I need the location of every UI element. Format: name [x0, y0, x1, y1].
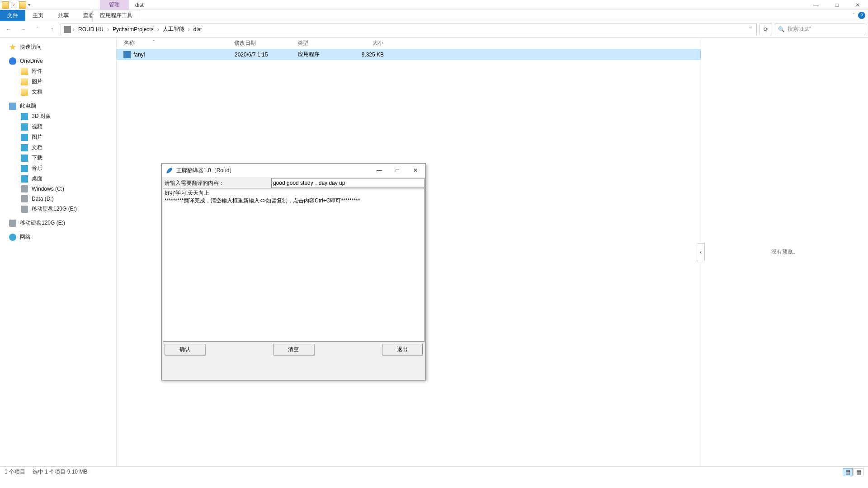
window-controls: — □ ✕ — [806, 0, 868, 10]
navigation-bar: ← → ˇ ↑ › ROUD HU › PycharmProjects › 人工… — [0, 21, 868, 38]
column-name[interactable]: 名称ˆ — [121, 39, 234, 47]
sidebar-item[interactable]: 下载 — [0, 153, 116, 163]
collapse-preview-button[interactable]: ‹ — [697, 243, 705, 261]
modal-titlebar[interactable]: 王牌翻译器1.0（Roud） — □ ✕ — [162, 164, 425, 177]
view-details-button[interactable]: ▤ — [843, 468, 853, 476]
folder-icon — [21, 68, 28, 75]
star-icon — [9, 44, 16, 51]
ribbon-expand-icon[interactable]: ˇ — [853, 13, 854, 18]
document-icon — [21, 144, 28, 151]
sidebar-thispc[interactable]: 此电脑 — [0, 101, 116, 111]
sidebar-item[interactable]: 视频 — [0, 122, 116, 132]
sidebar-item[interactable]: 图片 — [0, 132, 116, 142]
translate-output[interactable] — [163, 188, 425, 342]
sidebar-item-label: OneDrive — [20, 58, 43, 64]
back-button[interactable]: ← — [3, 23, 14, 35]
sidebar-item-label: 快速访问 — [20, 43, 42, 51]
sidebar-onedrive[interactable]: OneDrive — [0, 56, 116, 66]
refresh-button[interactable]: ⟳ — [760, 23, 772, 35]
sidebar-quick-access[interactable]: 快速访问 — [0, 42, 116, 52]
file-row[interactable]: fanyi 2020/6/7 1:15 应用程序 9,325 KB — [117, 49, 701, 60]
pc-icon — [64, 26, 71, 33]
modal-minimize-button[interactable]: — — [370, 164, 388, 177]
search-input[interactable]: 🔍 搜索"dist" — [775, 23, 865, 35]
folder-icon — [2, 1, 9, 9]
feather-icon — [165, 166, 174, 174]
translate-input[interactable] — [271, 178, 425, 188]
sidebar-item[interactable]: 移动硬盘120G (E:) — [0, 204, 116, 214]
sidebar-item-label: 移动硬盘120G (E:) — [20, 219, 65, 227]
sidebar-item[interactable]: 音乐 — [0, 163, 116, 174]
file-date: 2020/6/7 1:15 — [235, 52, 298, 58]
history-dropdown-icon[interactable]: ˇ — [32, 23, 43, 35]
tab-apptools[interactable]: 应用程序工具 — [92, 10, 140, 21]
music-icon — [21, 165, 28, 172]
drive-icon — [21, 185, 28, 192]
preview-text: 没有预览。 — [771, 248, 798, 256]
column-size[interactable]: 大小 — [347, 39, 383, 47]
tab-share[interactable]: 共享 — [51, 10, 76, 21]
preview-pane: ‹ 没有预览。 — [701, 38, 868, 466]
sidebar-network[interactable]: 网络 — [0, 232, 116, 242]
breadcrumb-seg[interactable]: 人工智能 — [161, 25, 186, 33]
sidebar-item-label: 附件 — [32, 67, 42, 75]
sidebar-item[interactable]: 3D 对象 — [0, 111, 116, 122]
forward-button[interactable]: → — [17, 23, 29, 35]
breadcrumb-seg[interactable]: dist — [192, 26, 204, 33]
view-large-icons-button[interactable]: ▦ — [854, 468, 863, 476]
contextual-tab-label: 管理 — [100, 0, 129, 10]
sidebar-item[interactable]: 文档 — [0, 87, 116, 97]
file-size: 9,325 KB — [348, 52, 384, 58]
column-type[interactable]: 类型 — [297, 39, 347, 47]
drive-icon — [21, 206, 28, 213]
qat-properties-icon[interactable]: ✓ — [11, 2, 17, 8]
address-dropdown-icon[interactable]: ˇ — [746, 26, 754, 33]
sidebar-item-label: 文档 — [32, 88, 42, 96]
breadcrumb-sep: › — [73, 26, 75, 33]
folder-open-icon[interactable] — [19, 1, 26, 9]
translator-window: 王牌翻译器1.0（Roud） — □ ✕ 请输入需要翻译的内容： 确认 清空 退… — [161, 163, 426, 380]
column-date[interactable]: 修改日期 — [234, 39, 297, 47]
sidebar-item-label: 图片 — [32, 78, 42, 85]
maximize-button[interactable]: □ — [826, 0, 847, 10]
status-bar: 1 个项目 选中 1 个项目 9.10 MB ▤ ▦ — [0, 466, 868, 477]
exit-button[interactable]: 退出 — [382, 344, 423, 355]
ribbon-tabs: 文件 主页 共享 查看 应用程序工具 ˇ ? — [0, 10, 868, 21]
search-placeholder: 搜索"dist" — [788, 25, 811, 33]
close-button[interactable]: ✕ — [847, 0, 868, 10]
sidebar-external-drive[interactable]: 移动硬盘120G (E:) — [0, 218, 116, 228]
minimize-button[interactable]: — — [806, 0, 826, 10]
sidebar-item[interactable]: 图片 — [0, 76, 116, 87]
clear-button[interactable]: 清空 — [273, 344, 314, 355]
drive-icon — [21, 195, 28, 202]
modal-maximize-button[interactable]: □ — [388, 164, 406, 177]
sidebar-item[interactable]: 文档 — [0, 142, 116, 153]
sidebar-item[interactable]: 附件 — [0, 66, 116, 76]
up-button[interactable]: ↑ — [46, 23, 58, 35]
sidebar: 快速访问 OneDrive 附件 图片 文档 此电脑 3D 对象 视频 图片 文… — [0, 38, 117, 466]
breadcrumb-sep: › — [107, 26, 109, 33]
breadcrumb-seg[interactable]: ROUD HU — [76, 26, 105, 33]
folder-icon — [21, 89, 28, 96]
contextual-tab-group: 管理 dist — [100, 0, 150, 10]
sidebar-item[interactable]: 桌面 — [0, 174, 116, 184]
sidebar-item-label: 音乐 — [32, 164, 42, 172]
breadcrumb-seg[interactable]: PycharmProjects — [111, 26, 156, 33]
modal-close-button[interactable]: ✕ — [406, 164, 425, 177]
qat-dropdown-icon[interactable]: ▾ — [28, 2, 30, 7]
column-headers: 名称ˆ 修改日期 类型 大小 — [117, 38, 701, 49]
sidebar-item-label: 移动硬盘120G (E:) — [32, 205, 77, 213]
tab-home[interactable]: 主页 — [25, 10, 51, 21]
sidebar-item[interactable]: Data (D:) — [0, 194, 116, 204]
tab-file[interactable]: 文件 — [0, 10, 25, 21]
sidebar-item-label: 网络 — [20, 233, 31, 241]
sidebar-item[interactable]: Windows (C:) — [0, 184, 116, 194]
download-icon — [21, 155, 28, 162]
sidebar-item-label: Windows (C:) — [32, 186, 64, 192]
ok-button[interactable]: 确认 — [165, 344, 205, 355]
help-icon[interactable]: ? — [858, 12, 865, 19]
breadcrumb-sep: › — [188, 26, 190, 33]
sidebar-item-label: 下载 — [32, 154, 42, 162]
address-bar[interactable]: › ROUD HU › PycharmProjects › 人工智能 › dis… — [61, 23, 757, 35]
column-label: 名称 — [124, 40, 135, 46]
